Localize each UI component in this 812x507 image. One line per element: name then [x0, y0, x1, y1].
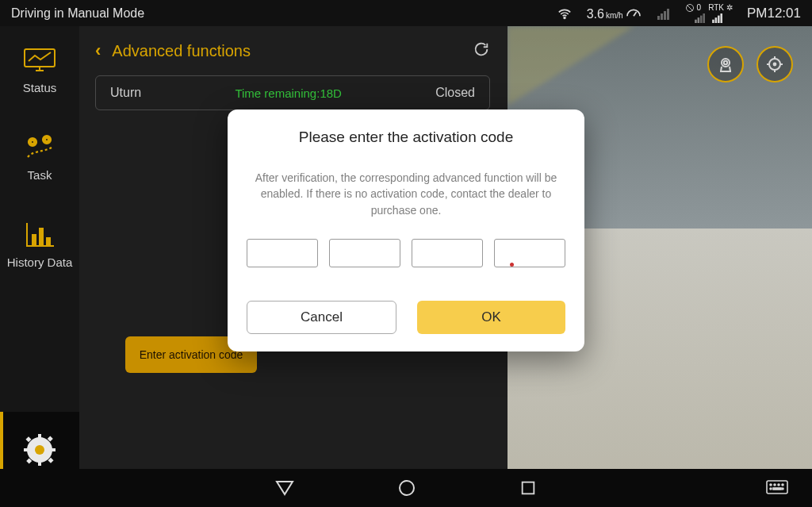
dialog-actions: Cancel OK — [247, 301, 565, 334]
error-dot-icon — [510, 263, 514, 267]
cancel-button[interactable]: Cancel — [247, 301, 396, 334]
dialog-title: Please enter the activation code — [247, 129, 565, 146]
modal-overlay: Please enter the activation code After v… — [0, 0, 812, 507]
activation-code-dialog: Please enter the activation code After v… — [228, 109, 584, 351]
button-label: Cancel — [301, 309, 343, 325]
activation-code-inputs — [247, 239, 565, 267]
dialog-description: After verification, the corresponding ad… — [247, 170, 565, 218]
code-segment-2[interactable] — [329, 239, 400, 267]
code-segment-4[interactable] — [494, 239, 565, 267]
button-label: OK — [481, 309, 501, 325]
ok-button[interactable]: OK — [417, 301, 565, 334]
code-segment-1[interactable] — [247, 239, 318, 267]
code-segment-3[interactable] — [412, 239, 483, 267]
